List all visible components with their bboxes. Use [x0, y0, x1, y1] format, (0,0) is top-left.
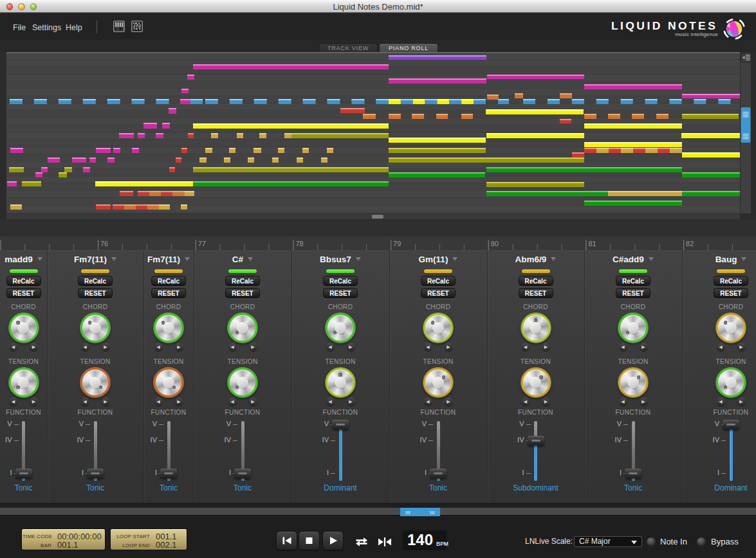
svg-text:81: 81 [588, 240, 596, 248]
svg-text:77: 77 [198, 240, 206, 248]
svg-text:82: 82 [686, 240, 694, 248]
svg-text:80: 80 [491, 240, 499, 248]
svg-text:76: 76 [100, 240, 108, 248]
svg-text:79: 79 [393, 240, 401, 248]
svg-text:78: 78 [295, 240, 303, 248]
